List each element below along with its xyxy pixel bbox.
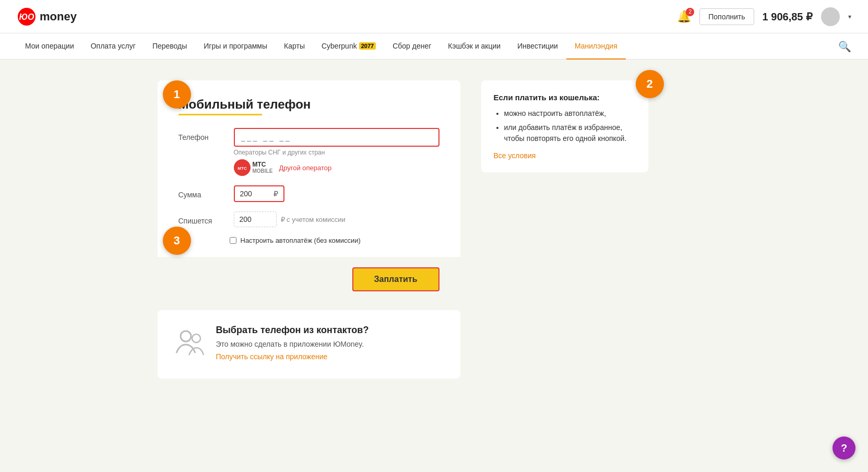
nav-item-cashback[interactable]: Кэшбэк и акции [439, 33, 509, 60]
writeoff-label: Спишется [179, 211, 225, 225]
contacts-card: Выбрать телефон из контактов? Это можно … [158, 310, 460, 379]
conditions-link[interactable]: Все условия [494, 151, 536, 160]
title-underline [179, 114, 262, 115]
nav-item-games[interactable]: Игры и программы [195, 33, 276, 60]
pay-section: Заплатить [158, 257, 460, 302]
form-card: Мобильный телефон Телефон Операторы СНГ … [158, 80, 460, 302]
annotation-1: 1 [163, 80, 191, 109]
nav-item-transfers[interactable]: Переводы [144, 33, 195, 60]
writeoff-inner: ₽ с учетом комиссии [234, 211, 439, 227]
mts-icon: МТС [234, 159, 251, 176]
phone-label: Телефон [179, 128, 225, 141]
wallet-info-title: Если платить из кошелька: [494, 93, 636, 102]
amount-label: Сумма [179, 185, 225, 199]
phone-input[interactable] [241, 133, 432, 141]
pay-button[interactable]: Заплатить [352, 267, 439, 291]
logo[interactable]: ЮО money [17, 7, 77, 27]
nav-item-pay-services[interactable]: Оплата услуг [82, 33, 144, 60]
nav-item-cards[interactable]: Карты [276, 33, 313, 60]
writeoff-hint: ₽ с учетом комиссии [281, 216, 346, 223]
contacts-text: Выбрать телефон из контактов? Это можно … [216, 325, 369, 361]
writeoff-field-group: ₽ с учетом комиссии [234, 211, 439, 227]
autopay-checkbox[interactable] [230, 237, 236, 244]
svg-text:МТС: МТС [237, 166, 247, 171]
page-content: 1 Мобильный телефон Телефон Операторы СН… [147, 60, 721, 399]
writeoff-row: Спишется ₽ с учетом комиссии [179, 211, 439, 227]
other-operator-link[interactable]: Другой оператор [279, 164, 331, 172]
writeoff-input[interactable] [240, 215, 271, 223]
sidebar: 2 Если платить из кошелька: можно настро… [481, 80, 648, 172]
autopay-label: Настроить автоплатёж (без комиссии) [241, 237, 361, 244]
balance-display: 1 906,85 ₽ [763, 10, 813, 23]
mts-logo: МТС МТС MOBILE [234, 159, 273, 176]
currency-symbol: ₽ [274, 190, 278, 198]
nav-item-invest[interactable]: Инвестиции [509, 33, 566, 60]
header-right: 🔔 2 Пополнить 1 906,85 ₽ ▾ [677, 7, 851, 26]
nav-item-maniland[interactable]: Манилэндия [566, 33, 626, 60]
wallet-info-box: Если платить из кошелька: можно настроит… [481, 80, 648, 172]
amount-field-group: ₽ [234, 185, 439, 202]
logo-text: money [40, 10, 77, 23]
phone-input-wrapper [234, 128, 439, 147]
contacts-icon [174, 327, 206, 364]
contacts-app-link[interactable]: Получить ссылку на приложение [216, 352, 328, 361]
chevron-down-icon[interactable]: ▾ [848, 13, 851, 20]
contacts-description: Это можно сделать в приложении ЮMoney. [216, 340, 369, 348]
nav-item-fundraising[interactable]: Сбор денег [384, 33, 439, 60]
operator-section: МТС МТС MOBILE Другой оператор [234, 159, 439, 176]
wallet-info-list: можно настроить автоплатёж, или добавить… [494, 108, 636, 144]
header: ЮО money 🔔 2 Пополнить 1 906,85 ₽ ▾ [0, 0, 868, 33]
phone-field-group: Операторы СНГ и других стран МТС [234, 128, 439, 176]
nav-item-my-ops[interactable]: Мои операции [17, 33, 82, 60]
search-icon[interactable]: 🔍 [838, 40, 851, 53]
annotation-2: 2 [636, 70, 664, 98]
writeoff-wrapper [234, 211, 277, 227]
cyberpunk-badge: 2077 [359, 42, 376, 50]
amount-wrapper: ₽ [234, 185, 284, 202]
notification-badge: 2 [686, 8, 694, 16]
notification-button[interactable]: 🔔 2 [677, 10, 691, 23]
wallet-info-item-1: можно настроить автоплатёж, [504, 108, 636, 119]
wallet-info-item-2: или добавить платёж в избранное, чтобы п… [504, 122, 636, 144]
topup-button[interactable]: Пополнить [699, 8, 754, 25]
svg-point-5 [192, 334, 200, 343]
amount-row: Сумма ₽ [179, 185, 439, 202]
phone-row: Телефон Операторы СНГ и других стран [179, 128, 439, 176]
form-title: Мобильный телефон [179, 97, 439, 112]
avatar[interactable] [821, 7, 840, 26]
contacts-title: Выбрать телефон из контактов? [216, 325, 369, 336]
logo-icon: ЮО [17, 7, 37, 27]
svg-point-4 [181, 331, 191, 341]
annotation-3: 3 [163, 227, 191, 255]
amount-input[interactable] [240, 190, 271, 198]
nav-item-cyberpunk[interactable]: Cyberpunk 2077 [313, 33, 384, 60]
mts-text: МТС MOBILE [253, 161, 273, 174]
form-inner: Мобильный телефон Телефон Операторы СНГ … [158, 80, 460, 244]
operators-hint: Операторы СНГ и других стран [234, 149, 439, 156]
autopay-row: Настроить автоплатёж (без комиссии) [179, 237, 439, 244]
left-column: Мобильный телефон Телефон Операторы СНГ … [158, 80, 460, 379]
svg-text:ЮО: ЮО [19, 13, 34, 21]
navigation: Мои операции Оплата услуг Переводы Игры … [0, 33, 868, 60]
